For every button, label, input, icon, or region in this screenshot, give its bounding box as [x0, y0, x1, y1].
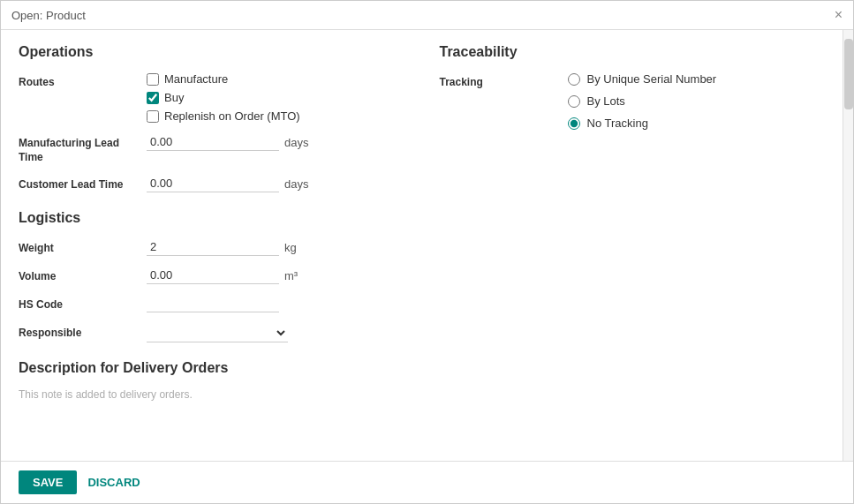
save-button[interactable]: SAVE	[19, 470, 77, 494]
operations-title: Operations	[19, 44, 404, 60]
weight-input-group: kg	[147, 238, 404, 256]
weight-input[interactable]	[147, 238, 279, 256]
buy-label: Buy	[164, 91, 184, 104]
traceability-title: Traceability	[440, 44, 826, 60]
customer-lead-time-input[interactable]	[147, 175, 279, 192]
tracking-value: By Unique Serial Number By Lots No Track…	[568, 72, 826, 130]
customer-lead-time-value: days	[147, 175, 404, 192]
logistics-title: Logistics	[19, 210, 404, 226]
manufacturing-lead-time-label: Manufacturing Lead Time	[19, 133, 147, 164]
scrollbar-track[interactable]	[843, 30, 853, 461]
serial-radio-item[interactable]: By Unique Serial Number	[568, 72, 826, 86]
traceability-section: Traceability Tracking By Unique Serial N…	[440, 44, 826, 130]
hs-code-label: HS Code	[19, 295, 147, 311]
lots-label: By Lots	[587, 94, 625, 108]
volume-input-group: m³	[147, 267, 404, 284]
hs-code-input[interactable]	[147, 295, 279, 312]
tracking-radio-group: By Unique Serial Number By Lots No Track…	[568, 72, 826, 130]
responsible-select[interactable]	[147, 323, 288, 342]
manufacture-checkbox-item[interactable]: Manufacture	[147, 72, 404, 86]
no-tracking-radio-item[interactable]: No Tracking	[568, 117, 826, 130]
hs-code-row: HS Code	[19, 295, 404, 312]
volume-value: m³	[147, 267, 404, 284]
routes-field-row: Routes Manufacture Buy	[19, 72, 404, 123]
mto-checkbox-item[interactable]: Replenish on Order (MTO)	[147, 109, 404, 123]
volume-input[interactable]	[147, 267, 279, 284]
manufacturing-lead-time-row: Manufacturing Lead Time days	[19, 133, 404, 164]
operations-section: Operations Routes Manufacture	[19, 44, 404, 192]
manufacture-checkbox[interactable]	[147, 73, 159, 86]
delivery-title: Description for Delivery Orders	[19, 360, 404, 376]
volume-row: Volume m³	[19, 267, 404, 284]
weight-row: Weight kg	[19, 238, 404, 256]
responsible-value	[147, 323, 404, 342]
routes-checkbox-group: Manufacture Buy Replenish on Order (MTO)	[147, 72, 404, 123]
weight-unit: kg	[284, 241, 297, 254]
manufacturing-lead-time-unit: days	[284, 136, 308, 149]
buy-checkbox-item[interactable]: Buy	[147, 91, 404, 104]
scrollbar-thumb[interactable]	[844, 39, 853, 109]
customer-lead-time-row: Customer Lead Time days	[19, 175, 404, 192]
customer-lead-time-label: Customer Lead Time	[19, 175, 147, 191]
close-button[interactable]: ×	[835, 8, 843, 22]
product-dialog: Open: Product × Operations Routes	[0, 0, 854, 504]
responsible-row: Responsible	[19, 323, 404, 342]
hs-code-value	[147, 295, 404, 312]
manufacturing-lead-time-input[interactable]	[147, 133, 279, 151]
dialog-footer: SAVE DISCARD	[1, 461, 853, 503]
serial-radio[interactable]	[568, 73, 580, 86]
tracking-field-row: Tracking By Unique Serial Number By Lots	[440, 72, 826, 130]
tracking-label: Tracking	[440, 72, 568, 88]
dialog-title-bar: Open: Product ×	[1, 1, 853, 30]
mto-checkbox[interactable]	[147, 110, 159, 123]
delivery-note: This note is added to delivery orders.	[19, 388, 404, 401]
buy-checkbox[interactable]	[147, 92, 159, 104]
volume-unit: m³	[284, 269, 298, 282]
logistics-section: Logistics Weight kg Volume	[19, 210, 404, 342]
delivery-section: Description for Delivery Orders This not…	[19, 360, 404, 401]
dialog-body: Operations Routes Manufacture	[1, 30, 843, 461]
no-tracking-label: No Tracking	[587, 117, 648, 130]
no-tracking-radio[interactable]	[568, 117, 580, 130]
manufacturing-lead-time-value: days	[147, 133, 404, 151]
routes-label: Routes	[19, 72, 147, 88]
weight-value: kg	[147, 238, 404, 256]
weight-label: Weight	[19, 238, 147, 254]
lots-radio-item[interactable]: By Lots	[568, 94, 826, 108]
discard-button[interactable]: DISCARD	[87, 476, 140, 489]
dialog-title: Open: Product	[11, 9, 86, 22]
customer-lead-time-input-group: days	[147, 175, 404, 192]
lots-radio[interactable]	[568, 95, 580, 108]
right-column: Traceability Tracking By Unique Serial N…	[440, 44, 826, 447]
manufacture-label: Manufacture	[164, 72, 228, 86]
customer-lead-time-unit: days	[284, 177, 308, 191]
serial-label: By Unique Serial Number	[587, 72, 717, 86]
mto-label: Replenish on Order (MTO)	[164, 109, 300, 123]
volume-label: Volume	[19, 267, 147, 282]
manufacturing-lead-time-input-group: days	[147, 133, 404, 151]
responsible-label: Responsible	[19, 323, 147, 339]
routes-value: Manufacture Buy Replenish on Order (MTO)	[147, 72, 404, 123]
left-column: Operations Routes Manufacture	[19, 44, 404, 447]
dialog-content-area: Operations Routes Manufacture	[1, 30, 853, 461]
